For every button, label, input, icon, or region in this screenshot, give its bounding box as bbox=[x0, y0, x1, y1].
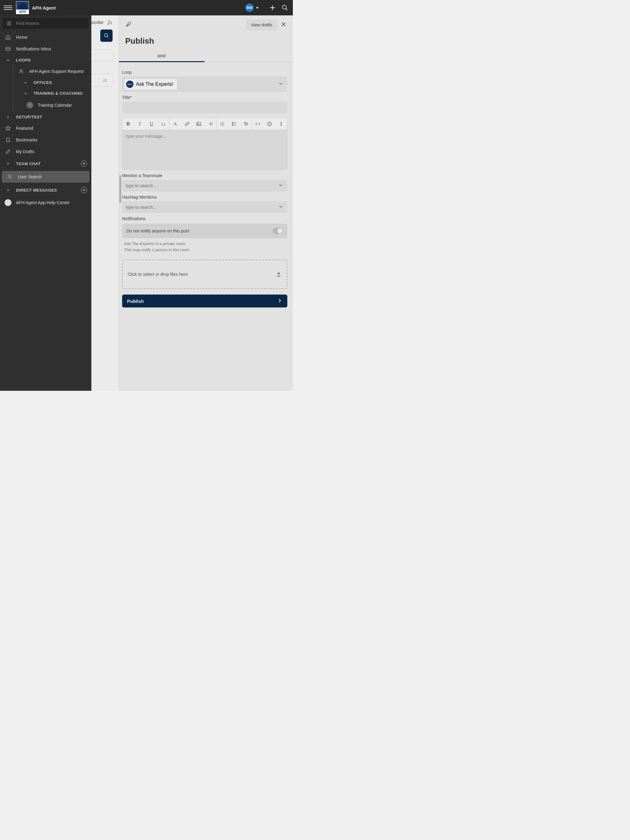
svg-point-7 bbox=[212, 125, 212, 125]
link-button[interactable] bbox=[181, 118, 193, 130]
sidebar-item-help-center[interactable]: AFH Agent App Help Center bbox=[0, 196, 91, 209]
svg-point-13 bbox=[232, 125, 233, 125]
title-label: Title* bbox=[122, 95, 287, 100]
notif-toggle[interactable] bbox=[272, 228, 283, 234]
upload-icon bbox=[275, 271, 282, 278]
search-button[interactable] bbox=[280, 3, 289, 12]
user-avatar[interactable]: BW bbox=[245, 3, 254, 12]
sidebar-item-user-search[interactable]: User Search bbox=[2, 171, 90, 183]
sidebar-item-label: AFH Agent Support Request bbox=[29, 69, 84, 74]
star-icon bbox=[4, 125, 12, 131]
title-input[interactable] bbox=[122, 102, 287, 114]
bullet-list-button[interactable] bbox=[228, 118, 240, 130]
publish-button[interactable]: Publish bbox=[122, 295, 287, 308]
sidebar-section-label: LOOPS bbox=[16, 58, 31, 62]
loop-chip[interactable]: AFH Ask The Experts! bbox=[124, 78, 177, 90]
tab-post[interactable]: post bbox=[119, 50, 204, 62]
sidebar-section-setup[interactable]: SETUP/TEST bbox=[0, 112, 91, 122]
file-dropzone[interactable]: Click to select or drop files here bbox=[122, 259, 287, 289]
svg-point-25 bbox=[9, 175, 11, 177]
svg-text:3: 3 bbox=[220, 125, 221, 126]
more-tools-button[interactable] bbox=[275, 118, 287, 130]
sidebar-item-label: User Search bbox=[18, 174, 42, 179]
mention-label: Mention a Teammate bbox=[122, 173, 287, 178]
chevron-down-icon bbox=[4, 58, 12, 62]
user-icon bbox=[6, 174, 14, 180]
notif-toggle-label: Do not notify anyone on this post bbox=[127, 229, 189, 234]
home-icon bbox=[4, 35, 12, 40]
view-drafts-button[interactable]: View drafts bbox=[246, 20, 277, 30]
sidebar-section-label: DIRECT MESSAGES bbox=[16, 188, 57, 193]
image-button[interactable] bbox=[193, 118, 204, 130]
insert-more-button[interactable] bbox=[204, 118, 216, 130]
svg-point-2 bbox=[104, 33, 108, 37]
svg-point-11 bbox=[232, 122, 233, 123]
sidebar-section-loops[interactable]: LOOPS bbox=[0, 55, 91, 65]
ordered-list-button[interactable]: 123 bbox=[217, 118, 228, 130]
font-color-button[interactable] bbox=[169, 118, 181, 130]
sidebar-nav: Find Rooms Home Notifications Inbox LOOP… bbox=[0, 15, 91, 391]
sidebar-section-label: TRAINING & COACHING bbox=[33, 91, 83, 96]
sidebar-section-offices[interactable]: OFFICES bbox=[13, 77, 91, 88]
chevron-right-icon bbox=[4, 115, 12, 119]
loop-label: Loop bbox=[122, 70, 287, 75]
sidebar-item-drafts[interactable]: My Drafts bbox=[0, 146, 91, 158]
svg-point-18 bbox=[269, 123, 269, 124]
sidebar-item-support-request[interactable]: AFH Agent Support Request bbox=[13, 65, 91, 77]
publish-panel: View drafts Publish post Loop AFH Ask Th… bbox=[119, 15, 293, 391]
sidebar-item-label: Bookmarks bbox=[16, 137, 38, 142]
find-rooms-input[interactable]: Find Rooms bbox=[2, 18, 89, 29]
chevron-right-icon bbox=[277, 298, 282, 305]
underline-button[interactable]: U bbox=[146, 118, 157, 130]
hashtag-search-input[interactable] bbox=[122, 201, 278, 213]
rss-icon[interactable] bbox=[107, 20, 112, 25]
app-logo[interactable]: AFH bbox=[16, 1, 29, 14]
chevron-right-icon bbox=[4, 188, 12, 192]
notif-hint-private: Ask The Experts! is a private room bbox=[124, 241, 287, 247]
font-size-button[interactable] bbox=[157, 118, 169, 130]
edit-icon bbox=[4, 149, 12, 154]
close-publish-button[interactable] bbox=[280, 21, 287, 28]
add-teamchat-button[interactable]: + bbox=[81, 161, 87, 167]
svg-point-17 bbox=[268, 122, 272, 126]
sidebar-item-home[interactable]: Home bbox=[0, 32, 91, 43]
loop-chip-label: Ask The Experts! bbox=[136, 82, 174, 87]
feather-icon bbox=[125, 21, 132, 29]
sidebar-item-featured[interactable]: Featured bbox=[0, 122, 91, 134]
sidebar-item-notifications[interactable]: Notifications Inbox bbox=[0, 43, 91, 55]
find-rooms-placeholder: Find Rooms bbox=[16, 21, 39, 26]
scrollbar-thumb[interactable] bbox=[119, 175, 121, 203]
chevron-down-icon bbox=[22, 81, 29, 85]
add-button[interactable] bbox=[268, 3, 277, 12]
bookmark-icon bbox=[4, 137, 12, 143]
svg-rect-23 bbox=[6, 47, 10, 51]
mention-search-input[interactable] bbox=[122, 180, 278, 191]
sidebar-section-training[interactable]: TRAINING & COACHING bbox=[13, 88, 91, 99]
sidebar-section-dm[interactable]: DIRECT MESSAGES + bbox=[0, 184, 91, 196]
user-menu-caret[interactable]: ▼ bbox=[256, 6, 259, 9]
sidebar-section-label: TEAM CHAT bbox=[16, 161, 41, 166]
loop-chip-avatar: AFH bbox=[126, 81, 133, 88]
sidebar-item-label: Training Calendar bbox=[38, 103, 72, 107]
feed-search-button[interactable] bbox=[100, 30, 112, 42]
svg-point-4 bbox=[197, 123, 198, 123]
sidebar-item-bookmarks[interactable]: Bookmarks bbox=[0, 134, 91, 146]
sidebar-item-label: Home bbox=[16, 35, 27, 39]
sidebar-section-teamchat[interactable]: TEAM CHAT + bbox=[0, 158, 91, 170]
emoji-button[interactable] bbox=[264, 118, 275, 130]
svg-point-22 bbox=[280, 125, 281, 125]
svg-point-16 bbox=[247, 125, 247, 125]
editor-placeholder: type your message... bbox=[126, 134, 166, 139]
add-dm-button[interactable]: + bbox=[81, 187, 87, 193]
italic-button[interactable]: I bbox=[134, 118, 146, 130]
loop-selector[interactable]: AFH Ask The Experts! bbox=[122, 77, 287, 92]
sidebar-item-training-calendar[interactable]: Training Calendar bbox=[17, 99, 91, 112]
menu-toggle-button[interactable] bbox=[4, 3, 12, 12]
message-editor[interactable]: type your message... bbox=[122, 130, 287, 170]
svg-point-12 bbox=[232, 123, 233, 124]
paragraph-button[interactable] bbox=[240, 118, 252, 130]
chevron-right-icon bbox=[4, 161, 12, 166]
code-button[interactable] bbox=[252, 118, 264, 130]
help-icon bbox=[4, 199, 12, 206]
bold-button[interactable]: B bbox=[122, 118, 134, 130]
